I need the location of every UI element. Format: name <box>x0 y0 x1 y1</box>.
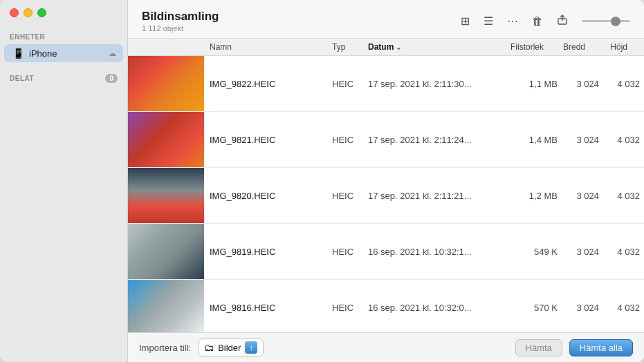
cell-width-2: 3 024 <box>564 112 606 167</box>
app-window: ENHETER 📱 iPhone ☁ DELAT 0 Bildinsamling… <box>0 0 644 362</box>
cell-type-1: HEIC <box>332 56 368 111</box>
traffic-lights <box>10 8 46 17</box>
header: Bildinsamling 1 112 objekt ⊞ ☰ ⋯ 🗑 <box>128 0 644 39</box>
cell-date-2: 17 sep. 2021 kl. 2:11:24... <box>368 112 512 167</box>
list-icon: ☰ <box>484 15 493 28</box>
fullscreen-button[interactable] <box>37 8 46 17</box>
cell-type-3: HEIC <box>332 168 368 223</box>
table-row[interactable]: IMG_9816.HEIC HEIC 16 sep. 2021 kl. 10:3… <box>128 280 644 332</box>
zoom-slider-container <box>582 20 630 22</box>
date-label: Datum <box>368 42 394 52</box>
sidebar-item-iphone[interactable]: 📱 iPhone ☁ <box>4 44 123 62</box>
cell-height-4: 4 032 <box>606 224 644 279</box>
hamta-alla-button[interactable]: Hämta alla <box>569 339 633 356</box>
grid-icon: ⊞ <box>461 15 470 28</box>
zoom-slider[interactable] <box>582 20 630 22</box>
trash-icon: 🗑 <box>532 15 543 28</box>
iphone-icon: 📱 <box>12 48 24 59</box>
cell-height-3: 4 032 <box>606 168 644 223</box>
table-row[interactable]: IMG_9819.HEIC HEIC 16 sep. 2021 kl. 10:3… <box>128 224 644 280</box>
table-row[interactable]: IMG_9821.HEIC HEIC 17 sep. 2021 kl. 2:11… <box>128 112 644 168</box>
window-title: Bildinsamling <box>142 10 457 23</box>
hamta-button[interactable]: Hämta <box>515 339 562 356</box>
title-block: Bildinsamling 1 112 objekt <box>142 10 457 32</box>
cell-height-2: 4 032 <box>606 112 644 167</box>
main-content: Bildinsamling 1 112 objekt ⊞ ☰ ⋯ 🗑 <box>128 0 644 362</box>
close-button[interactable] <box>10 8 19 17</box>
col-header-name[interactable]: Namn <box>204 42 332 52</box>
cell-size-2: 1,4 MB <box>512 112 564 167</box>
window-subtitle: 1 112 objekt <box>142 24 457 32</box>
cell-type-5: HEIC <box>332 280 368 332</box>
cell-width-5: 3 024 <box>564 280 606 332</box>
minimize-button[interactable] <box>24 8 33 17</box>
cell-width-3: 3 024 <box>564 168 606 223</box>
sidebar: ENHETER 📱 iPhone ☁ DELAT 0 <box>0 0 128 362</box>
table-row[interactable]: IMG_9820.HEIC HEIC 17 sep. 2021 kl. 2:11… <box>128 168 644 224</box>
footer: Importera till: 🗂 Bilder ↕ Hämta Hämta a… <box>128 332 644 362</box>
table-row[interactable]: IMG_9822.HEIC HEIC 17 sep. 2021 kl. 2:11… <box>128 56 644 112</box>
cell-height-1: 4 032 <box>606 56 644 111</box>
cell-name-2: IMG_9821.HEIC <box>204 112 332 167</box>
cell-size-4: 549 K <box>512 224 564 279</box>
col-header-height[interactable]: Höjd <box>592 42 630 52</box>
cell-type-4: HEIC <box>332 224 368 279</box>
sort-arrow-icon: ⌄ <box>396 44 401 51</box>
col-header-size[interactable]: Filstorlek <box>498 42 551 52</box>
share-button[interactable] <box>553 12 572 31</box>
cloud-icon: ☁ <box>109 49 116 58</box>
col-header-date[interactable]: Datum ⌄ <box>368 42 498 52</box>
cell-thumbnail-5 <box>128 280 204 332</box>
delete-button[interactable]: 🗑 <box>528 12 547 30</box>
cell-name-1: IMG_9822.HEIC <box>204 56 332 111</box>
cell-size-5: 570 K <box>512 280 564 332</box>
folder-icon: 🗂 <box>204 342 214 353</box>
list-view-button[interactable]: ☰ <box>479 12 497 30</box>
cell-size-1: 1,1 MB <box>512 56 564 111</box>
destination-select[interactable]: 🗂 Bilder ↕ <box>198 339 264 356</box>
table-header: Namn Typ Datum ⌄ Filstorlek Bredd Höjd <box>128 39 644 56</box>
cell-width-1: 3 024 <box>564 56 606 111</box>
cell-thumbnail-2 <box>128 112 204 167</box>
cell-name-3: IMG_9820.HEIC <box>204 168 332 223</box>
cell-date-4: 16 sep. 2021 kl. 10:32:1... <box>368 224 512 279</box>
cell-date-1: 17 sep. 2021 kl. 2:11:30... <box>368 56 512 111</box>
delat-badge: 0 <box>105 74 118 83</box>
cell-height-5: 4 032 <box>606 280 644 332</box>
col-header-width[interactable]: Bredd <box>551 42 592 52</box>
device-name-label: iPhone <box>29 48 104 59</box>
grid-view-button[interactable]: ⊞ <box>457 12 474 30</box>
cell-width-4: 3 024 <box>564 224 606 279</box>
cell-type-2: HEIC <box>332 112 368 167</box>
cell-thumbnail-4 <box>128 224 204 279</box>
cell-date-3: 17 sep. 2021 kl. 2:11:21... <box>368 168 512 223</box>
cell-date-5: 16 sep. 2021 kl. 10:32:0... <box>368 280 512 332</box>
more-icon: ⋯ <box>507 15 518 28</box>
cell-name-4: IMG_9819.HEIC <box>204 224 332 279</box>
table-scroll[interactable]: IMG_9822.HEIC HEIC 17 sep. 2021 kl. 2:11… <box>128 56 644 332</box>
delat-label: DELAT <box>10 75 105 82</box>
toolbar: ⊞ ☰ ⋯ 🗑 <box>457 12 630 31</box>
destination-name: Bilder <box>218 343 241 353</box>
cell-thumbnail-1 <box>128 56 204 111</box>
cell-thumbnail-3 <box>128 168 204 223</box>
cell-size-3: 1,2 MB <box>512 168 564 223</box>
col-header-type[interactable]: Typ <box>332 42 368 52</box>
chevron-down-icon: ↕ <box>245 341 257 354</box>
import-label: Importera till: <box>139 343 191 353</box>
share-icon <box>557 15 568 28</box>
more-options-button[interactable]: ⋯ <box>503 12 522 30</box>
delat-section: DELAT 0 <box>0 68 127 86</box>
enheter-section-label: ENHETER <box>0 28 127 44</box>
cell-name-5: IMG_9816.HEIC <box>204 280 332 332</box>
